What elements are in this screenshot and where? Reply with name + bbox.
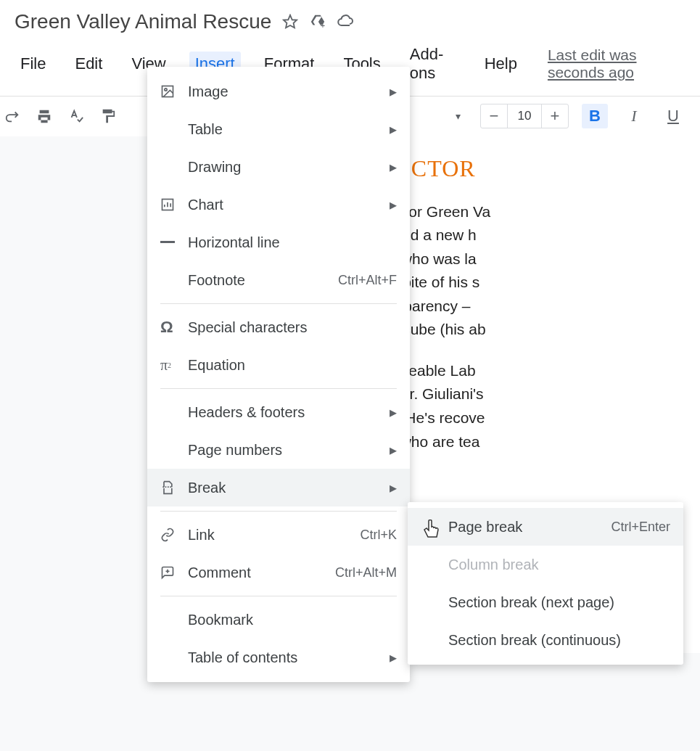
comment-icon <box>160 565 188 580</box>
insert-break[interactable]: Break ▸ <box>147 469 410 506</box>
move-to-drive-icon[interactable]: + <box>309 13 326 30</box>
insert-bookmark[interactable]: Bookmark <box>147 601 410 639</box>
svg-marker-0 <box>284 15 297 28</box>
svg-rect-5 <box>160 241 175 243</box>
font-size-increase[interactable]: + <box>542 107 568 126</box>
document-title[interactable]: Green Valley Animal Rescue <box>15 10 271 33</box>
submenu-arrow-icon: ▸ <box>390 158 397 176</box>
insert-horizontal-line[interactable]: Horizontal line <box>147 223 410 261</box>
insert-table-of-contents[interactable]: Table of contents ▸ <box>147 639 410 676</box>
spellcheck-icon[interactable] <box>67 107 86 126</box>
menu-separator <box>160 388 397 389</box>
link-icon <box>160 528 188 542</box>
break-page[interactable]: Page break Ctrl+Enter <box>408 508 683 546</box>
menu-file[interactable]: File <box>15 52 52 76</box>
insert-footnote[interactable]: Footnote Ctrl+Alt+F <box>147 261 410 299</box>
insert-page-numbers[interactable]: Page numbers ▸ <box>147 431 410 469</box>
svg-text:+: + <box>321 21 325 30</box>
menu-separator <box>160 511 397 512</box>
insert-equation[interactable]: π2 Equation <box>147 346 410 384</box>
font-size-control: − 10 + <box>480 104 569 128</box>
page-break-icon <box>160 480 188 495</box>
svg-point-3 <box>165 89 167 91</box>
insert-drawing[interactable]: Drawing ▸ <box>147 148 410 186</box>
break-column: Column break <box>408 546 683 583</box>
submenu-arrow-icon: ▸ <box>390 120 397 138</box>
document-header: Green Valley Animal Rescue + <box>0 0 700 33</box>
insert-comment[interactable]: Comment Ctrl+Alt+M <box>147 554 410 591</box>
menu-edit[interactable]: Edit <box>69 52 108 76</box>
chart-icon <box>160 197 188 212</box>
menu-addons[interactable]: Add-ons <box>404 42 461 86</box>
submenu-arrow-icon: ▸ <box>390 196 397 213</box>
italic-button[interactable]: I <box>621 104 647 128</box>
last-edit-link[interactable]: Last edit was seconds ago <box>548 46 685 81</box>
bold-button[interactable]: B <box>582 104 608 128</box>
submenu-arrow-icon: ▸ <box>390 83 397 100</box>
font-size-decrease[interactable]: − <box>481 107 507 126</box>
insert-menu-dropdown: Image ▸ Table ▸ Drawing ▸ Chart ▸ Horizo… <box>147 67 410 682</box>
omega-icon: Ω <box>160 318 188 337</box>
font-size-value[interactable]: 10 <box>507 104 542 128</box>
submenu-arrow-icon: ▸ <box>390 403 397 421</box>
submenu-arrow-icon: ▸ <box>390 479 397 496</box>
redo-icon[interactable] <box>3 107 22 126</box>
print-icon[interactable] <box>35 107 54 126</box>
menu-help[interactable]: Help <box>479 52 523 76</box>
insert-link[interactable]: Link Ctrl+K <box>147 516 410 554</box>
pi-icon: π2 <box>160 357 188 374</box>
break-section-next-page[interactable]: Section break (next page) <box>408 583 683 621</box>
submenu-arrow-icon: ▸ <box>390 441 397 459</box>
cloud-status-icon[interactable] <box>337 13 354 30</box>
insert-chart[interactable]: Chart ▸ <box>147 186 410 223</box>
image-icon <box>160 84 188 99</box>
paint-format-icon[interactable] <box>99 107 118 126</box>
insert-table[interactable]: Table ▸ <box>147 110 410 148</box>
insert-image[interactable]: Image ▸ <box>147 73 410 110</box>
underline-button[interactable]: U <box>660 104 686 128</box>
menu-separator <box>160 596 397 596</box>
horizontal-line-icon <box>160 241 188 244</box>
menu-separator <box>160 303 397 304</box>
insert-special-characters[interactable]: Ω Special characters <box>147 308 410 346</box>
font-dropdown-caret-icon[interactable]: ▾ <box>448 107 467 126</box>
star-icon[interactable] <box>281 13 299 30</box>
submenu-arrow-icon: ▸ <box>390 649 397 666</box>
break-submenu: Page break Ctrl+Enter Column break Secti… <box>408 502 683 665</box>
break-section-continuous[interactable]: Section break (continuous) <box>408 621 683 659</box>
insert-headers-footers[interactable]: Headers & footers ▸ <box>147 393 410 431</box>
